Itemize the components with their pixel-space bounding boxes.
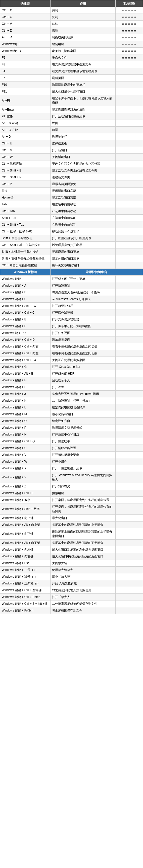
key-cell: Windows 键键 + P	[0, 425, 50, 431]
freq-cell	[116, 167, 143, 174]
table-row: Windows 键键 + Ctrl + F 搜索电脑	[0, 490, 143, 497]
action-cell: 打开新窗口	[50, 147, 115, 154]
freq-cell	[116, 235, 143, 242]
header-key: 快捷键	[0, 0, 50, 7]
freq-cell	[116, 350, 143, 357]
table-row: Windows 键键 + Alt + 向下键 将屏幕中的应用贴靠到顶部的下半部分	[0, 539, 143, 546]
freq-cell	[116, 503, 143, 515]
table-row: Ctrl + C 复制 ★★★★★	[0, 14, 143, 21]
action-cell: 在选项中向前移动	[50, 221, 115, 228]
key-cell: Shift + Tab	[0, 215, 50, 221]
table-row: Ctrl + E 选择搜索框	[0, 140, 143, 147]
table-row: Windows 键键 + PrtScn 将全屏截图保存到文件	[0, 607, 143, 614]
table-row: Shift + 单击任务栏按钮 打开应用或显示打开应用列表	[0, 235, 143, 242]
table-row: Ctrl + P 显示当前页面预览	[0, 181, 143, 188]
table-row: Ctrl + 鼠标滚轮 更改文件和文件夹图标的大小和外观	[0, 160, 143, 167]
table-row: Windows 键键 + 向上键 最大化窗口	[0, 515, 143, 522]
table-header-row: 快捷键 作用 常用指数	[0, 0, 143, 7]
table-row: Ctrl + Shift + 单击任务栏按钮 以管理员身份打开应用	[0, 242, 143, 248]
freq-cell	[116, 458, 143, 465]
key-cell: Windows 键键 + Esc	[0, 560, 50, 567]
freq-cell	[116, 404, 143, 411]
table-row: Windows键+D 老英雄（隐藏桌面） ★★★★★	[0, 48, 143, 54]
action-cell: 撤销	[50, 27, 115, 34]
freq-cell	[116, 431, 143, 438]
action-cell: 将全屏截图保存到文件	[50, 607, 115, 614]
table-row: Alt + D 选择地址栏	[0, 133, 143, 140]
table-row: F4 在文件资源管理中显示地址栏列表	[0, 68, 143, 75]
action-cell: 重命名文件	[50, 54, 115, 61]
key-cell: F11	[0, 88, 50, 95]
action-cell: 删除屏幕上前面的应用贴靠到顶部的上半部分桌面窗口	[50, 528, 115, 539]
key-cell: Windows 键键 + Alt + 向下键	[0, 539, 50, 546]
freq-cell	[116, 242, 143, 248]
freq-cell	[116, 574, 143, 580]
action-cell: 在选项中向前移动	[50, 208, 115, 215]
freq-cell	[116, 560, 143, 567]
table-row: Windows 键键 + O 锁定设备方向	[0, 418, 143, 425]
key-cell: Windows 键键	[0, 276, 50, 282]
freq-cell	[116, 553, 143, 560]
freq-cell	[116, 248, 143, 255]
freq-cell	[116, 528, 143, 539]
action-cell: 复制	[50, 14, 115, 21]
action-cell: 打开快速助手	[50, 438, 115, 445]
action-cell: 返回	[50, 120, 115, 127]
freq-cell	[116, 262, 143, 269]
key-cell: Alt + 向左键	[0, 120, 50, 127]
action-cell: 显示活动窗口顶部	[50, 194, 115, 201]
key-cell: Windows 键键 + Shift + C	[0, 303, 50, 309]
action-cell: 最大化窗口到屏幕的左侧虚拟桌面窗口	[50, 546, 115, 553]
key-cell: Ctrl + Z	[0, 27, 50, 34]
action-cell: 显示活动文件夹上的所有父文件夹	[50, 167, 115, 174]
key-cell: F10	[0, 82, 50, 88]
key-cell: Windows 键键 + X	[0, 465, 50, 472]
table-row: Windows 键键 + Ctrl + Enter 打开「放大人」	[0, 594, 143, 600]
freq-cell	[116, 133, 143, 140]
freq-cell: ★★★★★	[116, 27, 143, 34]
table-row: Windows 键键 + Ctrl + 向左 在右手侧创建的虚拟桌面之间切换	[0, 350, 143, 357]
action-cell: 打开快速设置	[50, 282, 115, 289]
header-action: 作用	[50, 0, 115, 7]
key-cell: Home 键	[0, 194, 50, 201]
key-cell: alt+空格	[0, 113, 50, 120]
action-cell: 缩小（放大镜）	[50, 574, 115, 580]
key-cell: Windows 键键 + L	[0, 404, 50, 411]
action-cell: 剪切	[50, 7, 115, 14]
table-row: Windows 键键 + J 将焦点设置到可用的 Windows 提示	[0, 391, 143, 397]
table-row: Windows 键键 + Z 打开对齐布局	[0, 483, 143, 490]
table-row: Windows 键键 + E 打开文件资源管理器	[0, 316, 143, 323]
freq-cell	[116, 607, 143, 614]
key-cell: Windows 键键 + G	[0, 364, 50, 370]
table-row: Alt + 向左键 返回	[0, 120, 143, 127]
key-cell: Ctrl + V	[0, 21, 50, 27]
freq-cell	[116, 411, 143, 418]
header-freq: 常用指数	[116, 0, 143, 7]
action-cell: 最小化所有窗口	[50, 411, 115, 418]
key-cell: Windows 键 + Tab	[0, 330, 50, 337]
action-cell: 打开对齐布局	[50, 483, 115, 490]
shortcuts-table: 快捷键 作用 常用指数 Ctrl + X 剪切 ★★★★★ Ctrl + C 复…	[0, 0, 143, 614]
freq-cell: ★★★★★	[116, 41, 143, 48]
action-cell: 打开或关闭 HDR	[50, 370, 115, 377]
action-cell: 显示选组选择对象的属性	[50, 106, 115, 113]
table-row: Windows 键键 + X 打开「快速链接」菜单	[0, 465, 143, 472]
key-cell: Ctrl + Shift + 单击任务栏按钮	[0, 242, 50, 248]
key-cell: Windows 键键 + 向左键	[0, 546, 50, 553]
key-cell: Ctrl + Shift + N	[0, 174, 50, 181]
freq-cell	[116, 522, 143, 528]
freq-cell	[116, 228, 143, 235]
key-cell: F3	[0, 61, 50, 68]
key-cell: Windows 键键 + Ctrl + S + hift + B	[0, 600, 50, 607]
action-cell: 在文件资源管理器中搜索文件	[50, 61, 115, 68]
freq-cell	[116, 276, 143, 282]
action-cell: 关闭放大镜	[50, 560, 115, 567]
freq-cell	[116, 472, 143, 483]
action-cell: 在右手侧创建的虚拟桌面之间切换	[50, 343, 115, 350]
key-cell: Shift + 右键单击任务栏按钮	[0, 248, 50, 255]
key-cell: Windows 键键 + E	[0, 316, 50, 323]
key-cell: Ctrl + E	[0, 140, 50, 147]
action-cell: 打开桌面，将应用固定到任务栏的对应位置的新实例	[50, 503, 115, 515]
key-cell: Windows 键键 + 加号（+）	[0, 567, 50, 574]
table-row: F11 最大化或最小化运行窗口	[0, 88, 143, 95]
